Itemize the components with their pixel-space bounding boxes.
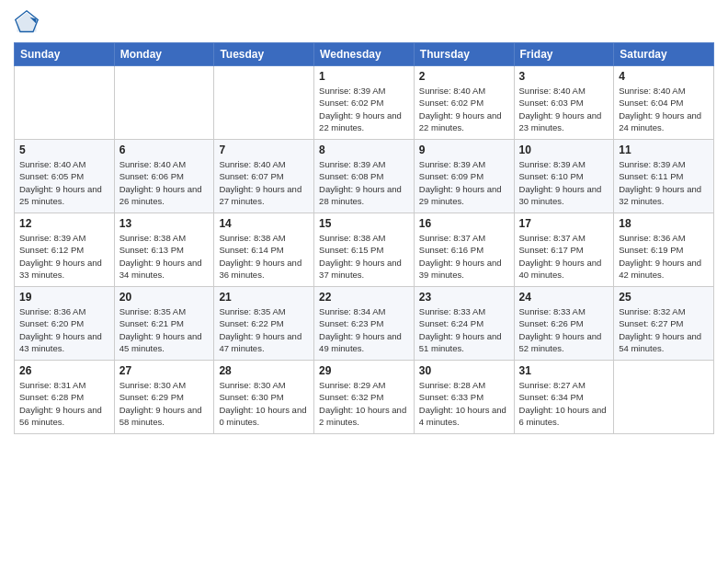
day-cell: 13Sunrise: 8:38 AMSunset: 6:13 PMDayligh… xyxy=(114,213,214,287)
page: SundayMondayTuesdayWednesdayThursdayFrid… xyxy=(0,0,728,563)
week-row-2: 5Sunrise: 8:40 AMSunset: 6:05 PMDaylight… xyxy=(15,140,714,213)
day-number: 7 xyxy=(219,144,309,156)
day-detail: Sunrise: 8:39 AMSunset: 6:12 PMDaylight:… xyxy=(19,232,109,281)
day-number: 6 xyxy=(119,144,210,156)
day-number: 15 xyxy=(319,217,409,230)
day-cell: 8Sunrise: 8:39 AMSunset: 6:08 PMDaylight… xyxy=(314,140,415,213)
week-row-3: 12Sunrise: 8:39 AMSunset: 6:12 PMDayligh… xyxy=(15,213,714,287)
day-cell: 20Sunrise: 8:35 AMSunset: 6:21 PMDayligh… xyxy=(114,287,214,361)
day-cell: 11Sunrise: 8:39 AMSunset: 6:11 PMDayligh… xyxy=(614,140,714,213)
day-number: 18 xyxy=(619,217,709,230)
day-cell: 6Sunrise: 8:40 AMSunset: 6:06 PMDaylight… xyxy=(114,140,214,213)
day-detail: Sunrise: 8:32 AMSunset: 6:27 PMDaylight:… xyxy=(619,305,709,354)
weekday-monday: Monday xyxy=(114,43,214,66)
day-cell: 19Sunrise: 8:36 AMSunset: 6:20 PMDayligh… xyxy=(15,287,115,361)
day-detail: Sunrise: 8:30 AMSunset: 6:30 PMDaylight:… xyxy=(219,379,309,428)
day-detail: Sunrise: 8:40 AMSunset: 6:07 PMDaylight:… xyxy=(219,158,309,207)
day-detail: Sunrise: 8:39 AMSunset: 6:10 PMDaylight:… xyxy=(519,158,609,207)
day-detail: Sunrise: 8:36 AMSunset: 6:19 PMDaylight:… xyxy=(619,232,709,281)
day-detail: Sunrise: 8:38 AMSunset: 6:13 PMDaylight:… xyxy=(119,232,210,281)
day-cell: 9Sunrise: 8:39 AMSunset: 6:09 PMDaylight… xyxy=(414,140,514,213)
day-detail: Sunrise: 8:38 AMSunset: 6:15 PMDaylight:… xyxy=(319,232,409,281)
day-detail: Sunrise: 8:40 AMSunset: 6:03 PMDaylight:… xyxy=(519,85,609,133)
day-detail: Sunrise: 8:40 AMSunset: 6:02 PMDaylight:… xyxy=(419,85,509,133)
day-number: 25 xyxy=(619,291,709,304)
day-cell: 30Sunrise: 8:28 AMSunset: 6:33 PMDayligh… xyxy=(414,361,514,434)
day-number: 21 xyxy=(219,291,309,304)
day-detail: Sunrise: 8:33 AMSunset: 6:26 PMDaylight:… xyxy=(519,305,609,354)
day-number: 30 xyxy=(419,364,509,377)
day-cell: 7Sunrise: 8:40 AMSunset: 6:07 PMDaylight… xyxy=(214,140,314,213)
logo-icon xyxy=(14,9,40,35)
day-cell: 21Sunrise: 8:35 AMSunset: 6:22 PMDayligh… xyxy=(214,287,314,361)
day-detail: Sunrise: 8:40 AMSunset: 6:06 PMDaylight:… xyxy=(119,158,210,207)
day-number: 16 xyxy=(419,217,509,230)
day-detail: Sunrise: 8:38 AMSunset: 6:14 PMDaylight:… xyxy=(219,232,309,281)
day-cell: 25Sunrise: 8:32 AMSunset: 6:27 PMDayligh… xyxy=(614,287,714,361)
calendar-table: SundayMondayTuesdayWednesdayThursdayFrid… xyxy=(14,42,714,434)
week-row-1: 1Sunrise: 8:39 AMSunset: 6:02 PMDaylight… xyxy=(15,66,714,140)
day-detail: Sunrise: 8:30 AMSunset: 6:29 PMDaylight:… xyxy=(119,379,210,428)
day-detail: Sunrise: 8:27 AMSunset: 6:34 PMDaylight:… xyxy=(519,379,609,428)
day-cell: 16Sunrise: 8:37 AMSunset: 6:16 PMDayligh… xyxy=(414,213,514,287)
day-number: 27 xyxy=(119,364,210,377)
day-number: 11 xyxy=(619,144,709,156)
day-number: 29 xyxy=(319,364,409,377)
weekday-wednesday: Wednesday xyxy=(314,43,415,66)
day-cell: 31Sunrise: 8:27 AMSunset: 6:34 PMDayligh… xyxy=(514,361,614,434)
day-detail: Sunrise: 8:39 AMSunset: 6:09 PMDaylight:… xyxy=(419,158,509,207)
day-cell: 14Sunrise: 8:38 AMSunset: 6:14 PMDayligh… xyxy=(214,213,314,287)
day-number: 17 xyxy=(519,217,609,230)
day-cell: 17Sunrise: 8:37 AMSunset: 6:17 PMDayligh… xyxy=(514,213,614,287)
weekday-friday: Friday xyxy=(514,43,614,66)
day-cell: 5Sunrise: 8:40 AMSunset: 6:05 PMDaylight… xyxy=(15,140,115,213)
day-detail: Sunrise: 8:40 AMSunset: 6:05 PMDaylight:… xyxy=(19,158,109,207)
weekday-tuesday: Tuesday xyxy=(214,43,314,66)
day-number: 22 xyxy=(319,291,409,304)
day-cell xyxy=(214,66,314,140)
day-detail: Sunrise: 8:31 AMSunset: 6:28 PMDaylight:… xyxy=(19,379,109,428)
header xyxy=(14,9,714,35)
day-detail: Sunrise: 8:35 AMSunset: 6:21 PMDaylight:… xyxy=(119,305,210,354)
day-cell xyxy=(614,361,714,434)
week-row-4: 19Sunrise: 8:36 AMSunset: 6:20 PMDayligh… xyxy=(15,287,714,361)
day-number: 24 xyxy=(519,291,609,304)
day-cell xyxy=(114,66,214,140)
day-number: 14 xyxy=(219,217,309,230)
day-number: 26 xyxy=(19,364,109,377)
day-number: 1 xyxy=(319,70,409,83)
day-detail: Sunrise: 8:29 AMSunset: 6:32 PMDaylight:… xyxy=(319,379,409,428)
day-cell: 27Sunrise: 8:30 AMSunset: 6:29 PMDayligh… xyxy=(114,361,214,434)
day-number: 3 xyxy=(519,70,609,83)
weekday-saturday: Saturday xyxy=(614,43,714,66)
day-cell: 3Sunrise: 8:40 AMSunset: 6:03 PMDaylight… xyxy=(514,66,614,140)
day-cell: 10Sunrise: 8:39 AMSunset: 6:10 PMDayligh… xyxy=(514,140,614,213)
day-number: 28 xyxy=(219,364,309,377)
day-cell: 23Sunrise: 8:33 AMSunset: 6:24 PMDayligh… xyxy=(414,287,514,361)
day-cell: 4Sunrise: 8:40 AMSunset: 6:04 PMDaylight… xyxy=(614,66,714,140)
day-detail: Sunrise: 8:34 AMSunset: 6:23 PMDaylight:… xyxy=(319,305,409,354)
day-cell: 18Sunrise: 8:36 AMSunset: 6:19 PMDayligh… xyxy=(614,213,714,287)
day-cell: 28Sunrise: 8:30 AMSunset: 6:30 PMDayligh… xyxy=(214,361,314,434)
day-cell: 26Sunrise: 8:31 AMSunset: 6:28 PMDayligh… xyxy=(15,361,115,434)
svg-marker-0 xyxy=(17,13,37,32)
day-detail: Sunrise: 8:39 AMSunset: 6:11 PMDaylight:… xyxy=(619,158,709,207)
day-cell: 2Sunrise: 8:40 AMSunset: 6:02 PMDaylight… xyxy=(414,66,514,140)
week-row-5: 26Sunrise: 8:31 AMSunset: 6:28 PMDayligh… xyxy=(15,361,714,434)
day-number: 10 xyxy=(519,144,609,156)
day-number: 9 xyxy=(419,144,509,156)
day-detail: Sunrise: 8:33 AMSunset: 6:24 PMDaylight:… xyxy=(419,305,509,354)
day-cell: 29Sunrise: 8:29 AMSunset: 6:32 PMDayligh… xyxy=(314,361,415,434)
weekday-thursday: Thursday xyxy=(414,43,514,66)
day-number: 13 xyxy=(119,217,210,230)
day-number: 8 xyxy=(319,144,409,156)
day-cell xyxy=(15,66,115,140)
day-detail: Sunrise: 8:39 AMSunset: 6:08 PMDaylight:… xyxy=(319,158,409,207)
day-detail: Sunrise: 8:28 AMSunset: 6:33 PMDaylight:… xyxy=(419,379,509,428)
day-cell: 1Sunrise: 8:39 AMSunset: 6:02 PMDaylight… xyxy=(314,66,415,140)
day-cell: 22Sunrise: 8:34 AMSunset: 6:23 PMDayligh… xyxy=(314,287,415,361)
day-detail: Sunrise: 8:40 AMSunset: 6:04 PMDaylight:… xyxy=(619,85,709,133)
day-detail: Sunrise: 8:37 AMSunset: 6:16 PMDaylight:… xyxy=(419,232,509,281)
day-cell: 24Sunrise: 8:33 AMSunset: 6:26 PMDayligh… xyxy=(514,287,614,361)
day-cell: 15Sunrise: 8:38 AMSunset: 6:15 PMDayligh… xyxy=(314,213,415,287)
